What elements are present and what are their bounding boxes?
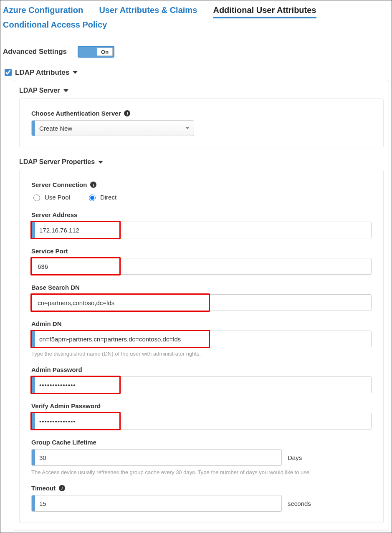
timeout-suffix: seconds: [288, 500, 311, 507]
server-address-input[interactable]: [35, 222, 371, 238]
caret-down-icon: [98, 161, 103, 164]
tab-additional-user-attributes[interactable]: Additional User Attributes: [213, 3, 316, 18]
tab-azure-configuration[interactable]: Azure Configuration: [3, 3, 83, 18]
ldap-attributes-panel: LDAP Server Choose Authentication Server…: [14, 80, 389, 531]
base-search-dn-input[interactable]: [32, 295, 371, 311]
admin-password-input[interactable]: [35, 377, 371, 393]
caret-down-icon: [63, 89, 68, 92]
ldap-server-properties-header[interactable]: LDAP Server Properties: [19, 158, 384, 166]
radio-direct-input[interactable]: [89, 195, 96, 201]
group-cache-suffix: Days: [288, 454, 302, 461]
verify-admin-password-label: Verify Admin Password: [31, 402, 372, 409]
ldap-attributes-title: LDAP Attributes: [15, 68, 69, 77]
ldap-server-properties-title: LDAP Server Properties: [19, 158, 95, 166]
group-cache-lifetime-label: Group Cache Lifetime: [31, 439, 372, 446]
admin-dn-label: Admin DN: [31, 320, 372, 327]
tab-user-attributes-claims[interactable]: User Attributes & Claims: [99, 3, 197, 18]
chevron-down-icon: [181, 127, 194, 129]
advanced-settings-label: Advanced Settings: [3, 48, 67, 56]
ldap-server-properties-panel: Server Connection i Use Pool Direct Serv…: [19, 170, 384, 523]
admin-dn-input[interactable]: [35, 331, 371, 347]
ldap-server-title: LDAP Server: [19, 87, 60, 94]
server-address-label: Server Address: [31, 211, 372, 218]
server-connection-label: Server Connection: [31, 181, 87, 188]
radio-direct[interactable]: Direct: [87, 193, 116, 201]
ldap-attributes-header[interactable]: LDAP Attributes: [3, 68, 389, 77]
radio-use-pool-input[interactable]: [33, 195, 40, 201]
choose-auth-server-select[interactable]: Create New: [31, 120, 194, 136]
service-port-input[interactable]: [32, 258, 371, 274]
caret-down-icon: [73, 71, 78, 74]
radio-use-pool[interactable]: Use Pool: [31, 193, 70, 201]
tab-conditional-access-policy[interactable]: Conditional Access Policy: [3, 18, 107, 32]
ldap-attributes-checkbox[interactable]: [5, 69, 12, 76]
info-icon[interactable]: i: [90, 182, 96, 188]
group-cache-help: The Access device usually refreshes the …: [31, 469, 372, 475]
advanced-settings-toggle[interactable]: On: [78, 46, 114, 58]
admin-dn-help: Type the distinguished name (DN) of the …: [31, 351, 372, 357]
group-cache-lifetime-input[interactable]: [35, 450, 281, 465]
timeout-input[interactable]: [35, 495, 281, 511]
tab-bar: Azure Configuration User Attributes & Cl…: [3, 3, 389, 34]
timeout-label: Timeout: [31, 485, 56, 492]
info-icon[interactable]: i: [124, 110, 130, 116]
choose-auth-server-label: Choose Authentication Server: [31, 110, 121, 117]
base-search-dn-label: Base Search DN: [31, 284, 372, 291]
service-port-label: Service Port: [31, 248, 372, 255]
verify-admin-password-input[interactable]: [35, 413, 371, 429]
ldap-server-header[interactable]: LDAP Server: [19, 87, 384, 94]
ldap-server-panel: Choose Authentication Server i Create Ne…: [19, 99, 384, 147]
toggle-knob: On: [97, 48, 113, 56]
admin-password-label: Admin Password: [31, 366, 372, 373]
select-value: Create New: [35, 125, 181, 132]
info-icon[interactable]: i: [59, 485, 65, 491]
